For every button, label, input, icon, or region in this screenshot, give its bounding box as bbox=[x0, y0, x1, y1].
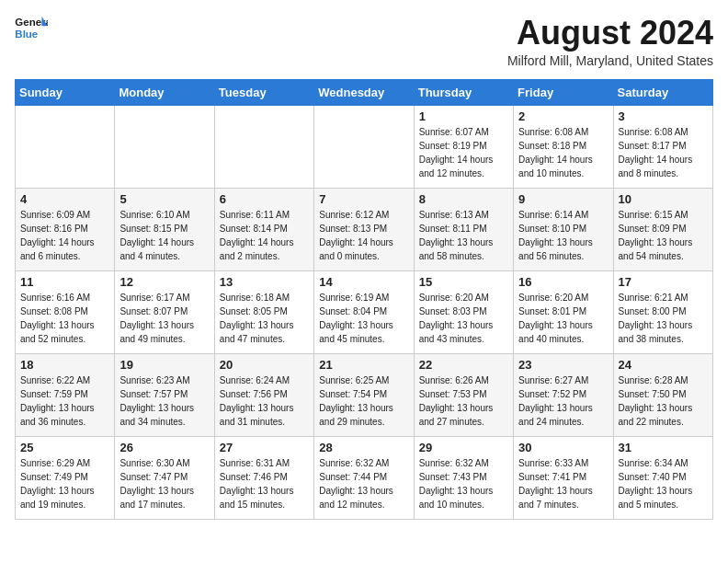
day-number: 24 bbox=[619, 358, 708, 372]
day-info: Sunrise: 6:20 AM Sunset: 8:01 PM Dayligh… bbox=[518, 291, 608, 346]
week-row-2: 11Sunrise: 6:16 AM Sunset: 8:08 PM Dayli… bbox=[16, 270, 713, 353]
day-number: 31 bbox=[619, 441, 708, 454]
day-info: Sunrise: 6:07 AM Sunset: 8:19 PM Dayligh… bbox=[419, 125, 508, 180]
calendar-cell: 12Sunrise: 6:17 AM Sunset: 8:07 PM Dayli… bbox=[115, 270, 214, 353]
calendar-cell: 26Sunrise: 6:30 AM Sunset: 7:47 PM Dayli… bbox=[115, 436, 214, 519]
calendar-cell: 17Sunrise: 6:21 AM Sunset: 8:00 PM Dayli… bbox=[613, 270, 712, 353]
day-number: 8 bbox=[419, 192, 508, 206]
day-info: Sunrise: 6:32 AM Sunset: 7:44 PM Dayligh… bbox=[319, 456, 408, 511]
day-number: 28 bbox=[319, 441, 408, 454]
day-number: 5 bbox=[119, 192, 209, 206]
calendar-cell: 22Sunrise: 6:26 AM Sunset: 7:53 PM Dayli… bbox=[414, 353, 513, 436]
day-number: 27 bbox=[220, 441, 309, 454]
day-info: Sunrise: 6:25 AM Sunset: 7:54 PM Dayligh… bbox=[319, 373, 408, 429]
calendar-cell: 23Sunrise: 6:27 AM Sunset: 7:52 PM Dayli… bbox=[514, 353, 613, 436]
calendar-cell: 31Sunrise: 6:34 AM Sunset: 7:40 PM Dayli… bbox=[613, 436, 712, 519]
location: Milford Mill, Maryland, United States bbox=[507, 53, 713, 68]
calendar-table: SundayMondayTuesdayWednesdayThursdayFrid… bbox=[15, 79, 713, 520]
day-info: Sunrise: 6:22 AM Sunset: 7:59 PM Dayligh… bbox=[20, 373, 109, 429]
day-info: Sunrise: 6:31 AM Sunset: 7:46 PM Dayligh… bbox=[220, 456, 309, 511]
day-number: 26 bbox=[119, 441, 209, 454]
calendar-cell: 5Sunrise: 6:10 AM Sunset: 8:15 PM Daylig… bbox=[115, 188, 214, 270]
header-cell-saturday: Saturday bbox=[613, 79, 712, 105]
day-info: Sunrise: 6:27 AM Sunset: 7:52 PM Dayligh… bbox=[518, 373, 608, 429]
calendar-cell: 28Sunrise: 6:32 AM Sunset: 7:44 PM Dayli… bbox=[314, 436, 414, 519]
calendar-cell bbox=[314, 105, 414, 188]
day-info: Sunrise: 6:11 AM Sunset: 8:14 PM Dayligh… bbox=[220, 208, 309, 263]
calendar-cell: 29Sunrise: 6:32 AM Sunset: 7:43 PM Dayli… bbox=[414, 436, 513, 519]
day-number: 2 bbox=[518, 109, 608, 123]
day-info: Sunrise: 6:18 AM Sunset: 8:05 PM Dayligh… bbox=[220, 291, 309, 346]
day-info: Sunrise: 6:08 AM Sunset: 8:18 PM Dayligh… bbox=[518, 125, 608, 180]
day-number: 7 bbox=[319, 192, 408, 206]
header-cell-sunday: Sunday bbox=[16, 79, 115, 105]
day-number: 20 bbox=[220, 358, 309, 372]
calendar-cell: 24Sunrise: 6:28 AM Sunset: 7:50 PM Dayli… bbox=[613, 353, 712, 436]
calendar-cell: 11Sunrise: 6:16 AM Sunset: 8:08 PM Dayli… bbox=[16, 270, 115, 353]
day-number: 30 bbox=[518, 441, 608, 454]
week-row-4: 25Sunrise: 6:29 AM Sunset: 7:49 PM Dayli… bbox=[16, 436, 713, 519]
day-number: 17 bbox=[619, 275, 708, 289]
calendar-cell: 9Sunrise: 6:14 AM Sunset: 8:10 PM Daylig… bbox=[514, 188, 613, 270]
calendar-cell bbox=[214, 105, 313, 188]
header-cell-monday: Monday bbox=[115, 79, 214, 105]
day-info: Sunrise: 6:23 AM Sunset: 7:57 PM Dayligh… bbox=[119, 373, 209, 429]
day-info: Sunrise: 6:16 AM Sunset: 8:08 PM Dayligh… bbox=[20, 291, 109, 346]
calendar-cell: 14Sunrise: 6:19 AM Sunset: 8:04 PM Dayli… bbox=[314, 270, 414, 353]
calendar-cell: 25Sunrise: 6:29 AM Sunset: 7:49 PM Dayli… bbox=[16, 436, 115, 519]
day-number: 1 bbox=[419, 109, 508, 123]
week-row-0: 1Sunrise: 6:07 AM Sunset: 8:19 PM Daylig… bbox=[16, 105, 713, 188]
calendar-cell: 3Sunrise: 6:08 AM Sunset: 8:17 PM Daylig… bbox=[613, 105, 712, 188]
header-row: SundayMondayTuesdayWednesdayThursdayFrid… bbox=[16, 79, 713, 105]
day-number: 21 bbox=[319, 358, 408, 372]
day-number: 23 bbox=[518, 358, 608, 372]
calendar-cell: 21Sunrise: 6:25 AM Sunset: 7:54 PM Dayli… bbox=[314, 353, 414, 436]
calendar-cell: 18Sunrise: 6:22 AM Sunset: 7:59 PM Dayli… bbox=[16, 353, 115, 436]
day-info: Sunrise: 6:10 AM Sunset: 8:15 PM Dayligh… bbox=[119, 208, 209, 263]
day-info: Sunrise: 6:13 AM Sunset: 8:11 PM Dayligh… bbox=[419, 208, 508, 263]
month-title: August 2024 bbox=[507, 15, 713, 52]
calendar-cell: 8Sunrise: 6:13 AM Sunset: 8:11 PM Daylig… bbox=[414, 188, 513, 270]
day-info: Sunrise: 6:28 AM Sunset: 7:50 PM Dayligh… bbox=[619, 373, 708, 429]
calendar-cell: 2Sunrise: 6:08 AM Sunset: 8:18 PM Daylig… bbox=[514, 105, 613, 188]
logo-icon: General Blue bbox=[15, 15, 48, 42]
calendar-cell: 1Sunrise: 6:07 AM Sunset: 8:19 PM Daylig… bbox=[414, 105, 513, 188]
day-number: 25 bbox=[20, 441, 109, 454]
calendar-header: SundayMondayTuesdayWednesdayThursdayFrid… bbox=[16, 79, 713, 105]
day-info: Sunrise: 6:26 AM Sunset: 7:53 PM Dayligh… bbox=[419, 373, 508, 429]
day-info: Sunrise: 6:33 AM Sunset: 7:41 PM Dayligh… bbox=[518, 456, 608, 511]
day-number: 3 bbox=[619, 109, 708, 123]
calendar-cell: 19Sunrise: 6:23 AM Sunset: 7:57 PM Dayli… bbox=[115, 353, 214, 436]
header-cell-thursday: Thursday bbox=[414, 79, 513, 105]
day-info: Sunrise: 6:34 AM Sunset: 7:40 PM Dayligh… bbox=[619, 456, 708, 511]
day-number: 15 bbox=[419, 275, 508, 289]
day-info: Sunrise: 6:09 AM Sunset: 8:16 PM Dayligh… bbox=[20, 208, 109, 263]
calendar-cell: 6Sunrise: 6:11 AM Sunset: 8:14 PM Daylig… bbox=[214, 188, 313, 270]
day-number: 9 bbox=[518, 192, 608, 206]
day-info: Sunrise: 6:32 AM Sunset: 7:43 PM Dayligh… bbox=[419, 456, 508, 511]
calendar-cell: 16Sunrise: 6:20 AM Sunset: 8:01 PM Dayli… bbox=[514, 270, 613, 353]
day-info: Sunrise: 6:19 AM Sunset: 8:04 PM Dayligh… bbox=[319, 291, 408, 346]
svg-text:Blue: Blue bbox=[15, 29, 38, 40]
calendar-cell: 7Sunrise: 6:12 AM Sunset: 8:13 PM Daylig… bbox=[314, 188, 414, 270]
day-info: Sunrise: 6:12 AM Sunset: 8:13 PM Dayligh… bbox=[319, 208, 408, 263]
day-number: 13 bbox=[220, 275, 309, 289]
day-info: Sunrise: 6:21 AM Sunset: 8:00 PM Dayligh… bbox=[619, 291, 708, 346]
day-info: Sunrise: 6:08 AM Sunset: 8:17 PM Dayligh… bbox=[619, 125, 708, 180]
day-info: Sunrise: 6:30 AM Sunset: 7:47 PM Dayligh… bbox=[119, 456, 209, 511]
day-number: 16 bbox=[518, 275, 608, 289]
day-number: 11 bbox=[20, 275, 109, 289]
day-info: Sunrise: 6:14 AM Sunset: 8:10 PM Dayligh… bbox=[518, 208, 608, 263]
day-number: 18 bbox=[20, 358, 109, 372]
calendar-cell bbox=[16, 105, 115, 188]
day-info: Sunrise: 6:17 AM Sunset: 8:07 PM Dayligh… bbox=[119, 291, 209, 346]
calendar-cell: 10Sunrise: 6:15 AM Sunset: 8:09 PM Dayli… bbox=[613, 188, 712, 270]
logo: General Blue bbox=[15, 15, 48, 42]
day-number: 6 bbox=[220, 192, 309, 206]
day-number: 29 bbox=[419, 441, 508, 454]
day-info: Sunrise: 6:15 AM Sunset: 8:09 PM Dayligh… bbox=[619, 208, 708, 263]
calendar-cell: 13Sunrise: 6:18 AM Sunset: 8:05 PM Dayli… bbox=[214, 270, 313, 353]
header-cell-tuesday: Tuesday bbox=[214, 79, 313, 105]
day-number: 4 bbox=[20, 192, 109, 206]
header: General Blue August 2024 Milford Mill, M… bbox=[15, 15, 713, 68]
